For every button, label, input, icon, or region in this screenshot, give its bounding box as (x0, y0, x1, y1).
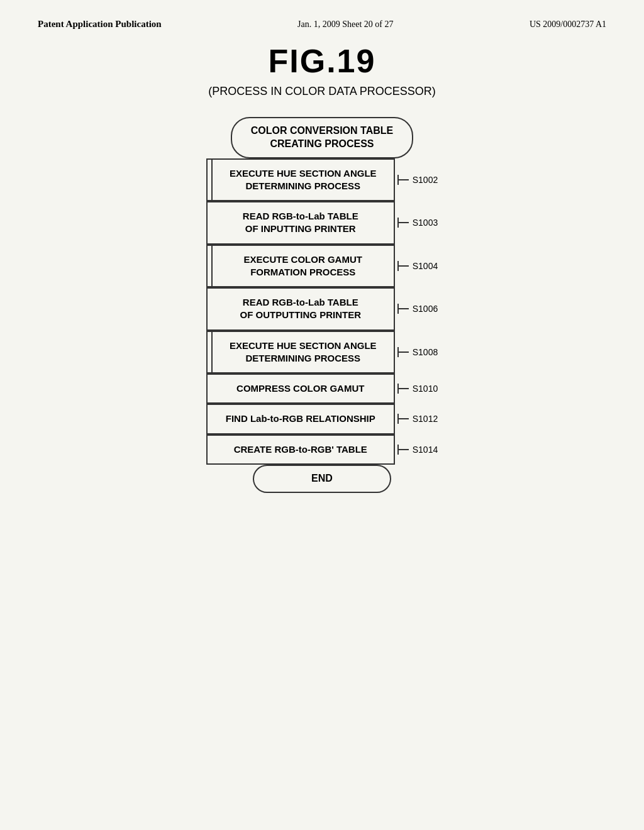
node-s1014: CREATE RGB-to-RGB' TABLE (206, 434, 395, 465)
node-row-start: COLOR CONVERSION TABLECREATING PROCESS (38, 117, 606, 158)
step-label-s1010: S1010 (413, 384, 438, 394)
header-date-sheet: Jan. 1, 2009 Sheet 20 of 27 (297, 19, 393, 30)
ref-tick-s1004 (397, 265, 409, 267)
step-label-s1004: S1004 (413, 261, 438, 271)
node-s1004: EXECUTE COLOR GAMUTFORMATION PROCESS (206, 245, 395, 288)
page: Patent Application Publication Jan. 1, 2… (0, 0, 644, 830)
step-label-s1012: S1012 (413, 414, 438, 424)
figure-title: FIG.19 (38, 42, 606, 80)
node-s1006: READ RGB-to-Lab TABLEOF OUTPUTTING PRINT… (206, 287, 395, 331)
node-wrapper-s1002: EXECUTE HUE SECTION ANGLEDETERMINING PRO… (206, 158, 438, 202)
ref-tick-s1003 (397, 222, 409, 223)
node-s1003: READ RGB-to-Lab TABLEOF INPUTTING PRINTE… (206, 201, 395, 245)
node-row-s1008: EXECUTE HUE SECTION ANGLEDETERMINING PRO… (38, 331, 606, 374)
node-s1008: EXECUTE HUE SECTION ANGLEDETERMINING PRO… (206, 331, 395, 374)
flowchart: COLOR CONVERSION TABLECREATING PROCESS E… (38, 117, 606, 493)
node-row-s1012: FIND Lab-to-RGB RELATIONSHIP S1012 (38, 404, 606, 434)
step-label-s1006: S1006 (413, 304, 438, 314)
ref-tick-s1014 (397, 449, 409, 450)
node-end: END (253, 465, 391, 493)
node-row-s1010: COMPRESS COLOR GAMUT S1010 (38, 374, 606, 404)
node-wrapper-end: END (253, 465, 391, 493)
node-wrapper-s1014: CREATE RGB-to-RGB' TABLE S1014 (206, 434, 438, 465)
node-wrapper-s1012: FIND Lab-to-RGB RELATIONSHIP S1012 (206, 404, 438, 434)
node-wrapper-s1003: READ RGB-to-Lab TABLEOF INPUTTING PRINTE… (206, 201, 438, 245)
step-ref-s1006: S1006 (397, 304, 438, 314)
node-wrapper-s1006: READ RGB-to-Lab TABLEOF OUTPUTTING PRINT… (206, 287, 438, 331)
header-publication-label: Patent Application Publication (38, 19, 162, 30)
node-s1010: COMPRESS COLOR GAMUT (206, 374, 395, 404)
node-s1012: FIND Lab-to-RGB RELATIONSHIP (206, 404, 395, 434)
header-patent-number: US 2009/0002737 A1 (530, 19, 606, 30)
step-ref-s1003: S1003 (397, 218, 438, 228)
step-ref-s1010: S1010 (397, 384, 438, 394)
node-row-s1014: CREATE RGB-to-RGB' TABLE S1014 (38, 434, 606, 465)
node-wrapper-s1008: EXECUTE HUE SECTION ANGLEDETERMINING PRO… (206, 331, 438, 374)
step-label-s1008: S1008 (413, 347, 438, 357)
node-wrapper-start: COLOR CONVERSION TABLECREATING PROCESS (231, 117, 413, 158)
step-label-s1002: S1002 (413, 175, 438, 185)
ref-tick-s1012 (397, 418, 409, 419)
node-row-s1004: EXECUTE COLOR GAMUTFORMATION PROCESS S10… (38, 245, 606, 288)
ref-tick-s1008 (397, 351, 409, 353)
step-ref-s1004: S1004 (397, 261, 438, 271)
step-ref-s1008: S1008 (397, 347, 438, 357)
node-wrapper-s1004: EXECUTE COLOR GAMUTFORMATION PROCESS S10… (206, 245, 438, 288)
ref-tick-s1002 (397, 179, 409, 180)
header: Patent Application Publication Jan. 1, 2… (38, 19, 606, 30)
ref-tick-s1010 (397, 388, 409, 389)
node-row-end: END (38, 465, 606, 493)
node-row-s1003: READ RGB-to-Lab TABLEOF INPUTTING PRINTE… (38, 201, 606, 245)
step-ref-s1014: S1014 (397, 445, 438, 455)
step-label-s1014: S1014 (413, 445, 438, 455)
ref-tick-s1006 (397, 308, 409, 309)
node-start: COLOR CONVERSION TABLECREATING PROCESS (231, 117, 413, 158)
step-label-s1003: S1003 (413, 218, 438, 228)
step-ref-s1012: S1012 (397, 414, 438, 424)
figure-subtitle: (PROCESS IN COLOR DATA PROCESSOR) (38, 85, 606, 98)
step-ref-s1002: S1002 (397, 175, 438, 185)
node-s1002: EXECUTE HUE SECTION ANGLEDETERMINING PRO… (206, 158, 395, 202)
node-wrapper-s1010: COMPRESS COLOR GAMUT S1010 (206, 374, 438, 404)
node-row-s1006: READ RGB-to-Lab TABLEOF OUTPUTTING PRINT… (38, 287, 606, 331)
node-row-s1002: EXECUTE HUE SECTION ANGLEDETERMINING PRO… (38, 158, 606, 202)
